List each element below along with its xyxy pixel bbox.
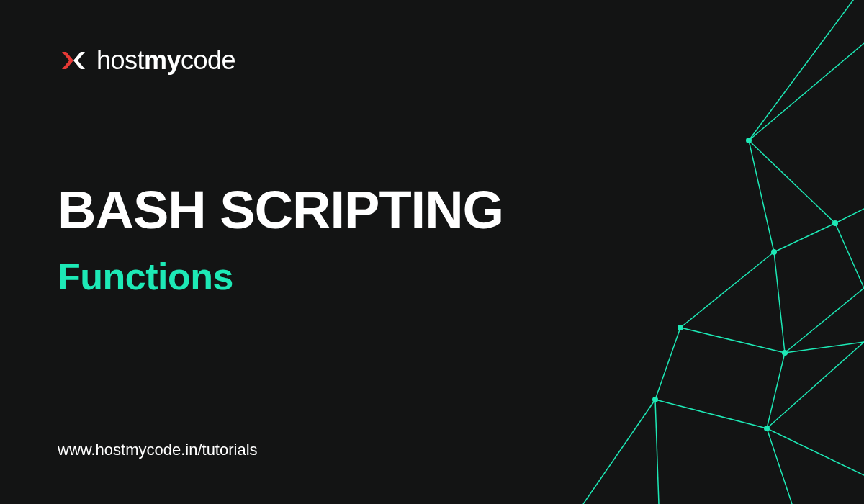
svg-line-2 — [749, 140, 835, 223]
svg-line-3 — [749, 140, 774, 252]
svg-line-9 — [680, 328, 785, 353]
logo-part3: code — [181, 45, 235, 75]
main-content: BASH SCRIPTING Functions — [58, 184, 503, 298]
svg-line-1 — [749, 43, 864, 140]
svg-line-0 — [749, 0, 864, 140]
logo: hostmycode — [58, 45, 235, 76]
svg-point-24 — [782, 350, 788, 356]
svg-line-6 — [835, 223, 864, 288]
logo-text: hostmycode — [96, 45, 235, 76]
svg-line-12 — [785, 342, 864, 353]
svg-point-25 — [652, 397, 658, 402]
svg-point-23 — [678, 325, 683, 330]
logo-icon — [58, 45, 89, 76]
svg-line-13 — [655, 400, 767, 428]
svg-point-20 — [746, 138, 752, 143]
svg-line-18 — [767, 428, 864, 475]
svg-line-10 — [774, 252, 785, 353]
svg-line-8 — [655, 328, 680, 400]
svg-line-11 — [785, 288, 864, 353]
svg-point-21 — [832, 220, 838, 226]
svg-line-16 — [655, 400, 659, 504]
svg-line-7 — [680, 252, 774, 328]
svg-line-19 — [583, 400, 655, 504]
logo-part2: my — [144, 45, 181, 75]
logo-part1: host — [96, 45, 144, 75]
svg-point-22 — [771, 249, 777, 255]
svg-line-14 — [767, 353, 785, 428]
svg-point-26 — [764, 426, 770, 431]
svg-line-17 — [767, 428, 792, 504]
svg-line-15 — [767, 342, 864, 428]
page-subtitle: Functions — [58, 255, 503, 298]
page-title: BASH SCRIPTING — [58, 184, 503, 237]
svg-line-5 — [835, 209, 864, 223]
footer-url: www.hostmycode.in/tutorials — [58, 441, 258, 459]
svg-line-4 — [774, 223, 835, 252]
